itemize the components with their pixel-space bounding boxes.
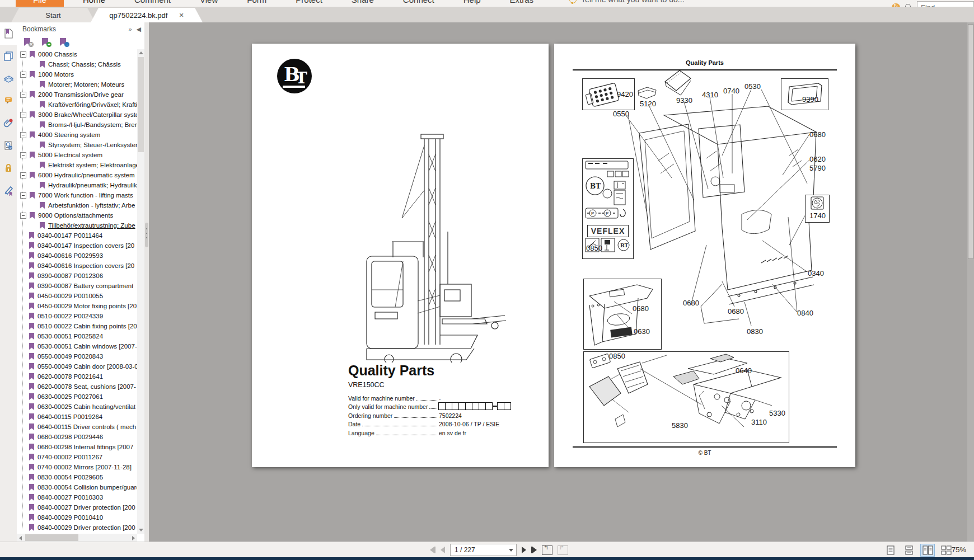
- menu-item-comment[interactable]: Comment: [134, 0, 171, 4]
- single-page-view-button[interactable]: [883, 544, 898, 557]
- previous-page-button[interactable]: [441, 547, 445, 553]
- menu-item-extras[interactable]: Extras: [510, 0, 534, 4]
- bookmark-item[interactable]: 0510-00022 Cabin fixing points [20: [17, 321, 137, 331]
- bookmark-item[interactable]: 0530-00051 Cabin windows [2007-: [17, 341, 137, 351]
- collapse-expander-icon[interactable]: [20, 72, 26, 78]
- collapse-panel-icon[interactable]: ◀: [137, 26, 141, 33]
- bookmark-item[interactable]: Arbetsfunktion - lyftstativ; Arbe: [17, 200, 137, 210]
- zoom-level[interactable]: 75%: [952, 545, 966, 554]
- bookmark-item[interactable]: Motorer; Motoren; Moteurs: [17, 79, 137, 90]
- next-view-button[interactable]: [558, 545, 568, 555]
- menu-item-home[interactable]: Home: [83, 0, 105, 4]
- bookmark-item[interactable]: 6000 Hydraulic/pneumatic system: [17, 170, 137, 180]
- bookmark-item[interactable]: Styrsystem; Steuer-/Lenksyster: [17, 140, 137, 150]
- menu-item-file[interactable]: File: [16, 0, 64, 7]
- bookmark-item[interactable]: Kraftöverföring/Drivväxel; Kraftü: [17, 100, 137, 110]
- page-number-box[interactable]: 1 / 227: [450, 544, 517, 556]
- bookmark-item[interactable]: 0680-00298 Internal fittings [2007: [17, 442, 137, 452]
- document-vertical-scrollbar[interactable]: [967, 22, 974, 542]
- scroll-left-icon[interactable]: [19, 536, 22, 540]
- page-dropdown-caret[interactable]: [509, 549, 513, 552]
- bookmark-item[interactable]: 0450-00029 Motor fixing points [20: [17, 301, 137, 311]
- horizontal-scroll-thumb[interactable]: [25, 534, 78, 541]
- sidebar-item-layers[interactable]: [0, 67, 17, 90]
- collapse-expander-icon[interactable]: [20, 192, 26, 199]
- document-scroll-thumb[interactable]: [968, 24, 973, 259]
- last-page-button[interactable]: [531, 547, 537, 553]
- bookmark-item[interactable]: 0840-00027 P0010303: [17, 492, 137, 502]
- bookmark-item[interactable]: 4000 Steering system: [17, 130, 137, 140]
- collapse-expander-icon[interactable]: [20, 172, 26, 178]
- sidebar-item-security[interactable]: [0, 157, 17, 179]
- sidebar-item-certificates[interactable]: [0, 134, 17, 157]
- menu-item-protect[interactable]: Protect: [296, 0, 322, 4]
- add-bookmark-icon[interactable]: +: [41, 37, 50, 46]
- bookmark-item[interactable]: 0530-00051 P0025824: [17, 331, 137, 341]
- facing-view-button[interactable]: [920, 544, 935, 557]
- sidebar-item-signatures[interactable]: [0, 179, 17, 201]
- bookmark-item[interactable]: 0830-00054 Collision bumper/guard: [17, 482, 137, 492]
- bookmark-item[interactable]: 9000 Options/attachments: [17, 210, 137, 220]
- scroll-up-icon[interactable]: [139, 51, 143, 54]
- bookmark-item[interactable]: 7000 Work function - lifting masts: [17, 190, 137, 200]
- menu-item-help[interactable]: Help: [463, 0, 481, 4]
- bookmark-item[interactable]: 0620-00078 Seat, cushions [2007-: [17, 382, 137, 392]
- bookmark-item[interactable]: 0840-00029 P0010410: [17, 512, 137, 523]
- bookmark-item[interactable]: 0340-00147 Inspection covers [20: [17, 241, 137, 251]
- next-page-button[interactable]: [522, 547, 526, 553]
- bookmark-item[interactable]: 0510-00022 P0024339: [17, 311, 137, 321]
- bookmark-item[interactable]: 0830-00054 P0029605: [17, 472, 137, 482]
- bookmark-item[interactable]: 0450-00029 P0010055: [17, 291, 137, 301]
- first-page-button[interactable]: [430, 547, 436, 553]
- bookmarks-horizontal-scrollbar[interactable]: [17, 534, 137, 542]
- delete-bookmark-icon[interactable]: ✕: [24, 37, 32, 46]
- collapse-expander-icon[interactable]: [20, 51, 26, 58]
- bookmark-item[interactable]: 0340-00147 P0011464: [17, 230, 137, 241]
- divider-grip[interactable]: [145, 223, 148, 247]
- bookmarks-vertical-scrollbar[interactable]: [137, 49, 144, 534]
- bookmark-item[interactable]: 5000 Electrical system: [17, 150, 137, 160]
- bookmark-item[interactable]: 0640-00115 Driver controls ( mech: [17, 422, 137, 432]
- bookmark-item[interactable]: 0390-00087 Battery compartment: [17, 281, 137, 291]
- tell-me-box[interactable]: Tell me what you want to do...: [569, 0, 684, 4]
- bookmark-item[interactable]: 0740-00002 P0011267: [17, 452, 137, 462]
- bookmark-item[interactable]: 0840-00027 Driver protection [200: [17, 502, 137, 512]
- bookmark-item[interactable]: Hydraulik/pneumatik; Hydraulika: [17, 180, 137, 190]
- scroll-right-icon[interactable]: [132, 536, 135, 540]
- bookmark-item[interactable]: Elektriskt system; Elektroanlage: [17, 160, 137, 170]
- bookmark-item[interactable]: Chassi; Chassis; Châssis: [17, 59, 137, 69]
- tab-start[interactable]: Start: [11, 8, 95, 22]
- bookmark-item[interactable]: 0340-00616 Inspection covers [20: [17, 261, 137, 271]
- collapse-expander-icon[interactable]: [20, 152, 26, 158]
- previous-view-button[interactable]: [542, 545, 552, 555]
- bookmark-item[interactable]: 0550-00049 P0020843: [17, 351, 137, 361]
- bookmark-item[interactable]: 0840-00029 Driver protection [200: [17, 523, 137, 533]
- tab-document[interactable]: qp7502224.bk.pdf ✕: [91, 8, 203, 22]
- bookmark-item[interactable]: 0340-00616 P0029593: [17, 251, 137, 261]
- vertical-scroll-thumb[interactable]: [138, 57, 144, 152]
- menu-item-share[interactable]: Share: [352, 0, 374, 4]
- sidebar-item-bookmarks[interactable]: [0, 22, 17, 45]
- bookmark-item[interactable]: Tillbehör/extrautrustning; Zube: [17, 220, 137, 230]
- bookmark-item[interactable]: 0630-00025 Cabin heating/ventilat: [17, 402, 137, 412]
- bookmark-item[interactable]: 1000 Motors: [17, 69, 137, 79]
- bookmark-item[interactable]: 0630-00025 P0027061: [17, 392, 137, 402]
- find-input[interactable]: [917, 1, 974, 7]
- bookmark-item[interactable]: 2000 Transmission/Drive gear: [17, 90, 137, 100]
- bookmark-item[interactable]: 0550-00049 Cabin door [2008-03-0: [17, 361, 137, 371]
- menu-item-connect[interactable]: Connect: [403, 0, 434, 4]
- collapse-expander-icon[interactable]: [20, 112, 26, 118]
- sidebar-item-comments[interactable]: [0, 90, 17, 112]
- menu-item-view[interactable]: View: [200, 0, 218, 4]
- continuous-view-button[interactable]: [902, 544, 916, 557]
- sidebar-item-pages[interactable]: [0, 45, 17, 67]
- collapse-expander-icon[interactable]: [20, 92, 26, 98]
- menu-item-form[interactable]: Form: [247, 0, 266, 4]
- bookmark-item[interactable]: 0740-00002 Mirrors [2007-11-28]: [17, 462, 137, 472]
- bookmark-item[interactable]: 3000 Brake/Wheel/Caterpillar syste: [17, 110, 137, 120]
- bookmark-item[interactable]: 0390-00087 P0012306: [17, 271, 137, 281]
- bookmark-item[interactable]: 0620-00078 P0021641: [17, 371, 137, 382]
- expand-panel-icon[interactable]: »: [128, 26, 132, 32]
- bookmark-item[interactable]: 0640-00115 P0019264: [17, 412, 137, 422]
- collapse-expander-icon[interactable]: [20, 213, 26, 219]
